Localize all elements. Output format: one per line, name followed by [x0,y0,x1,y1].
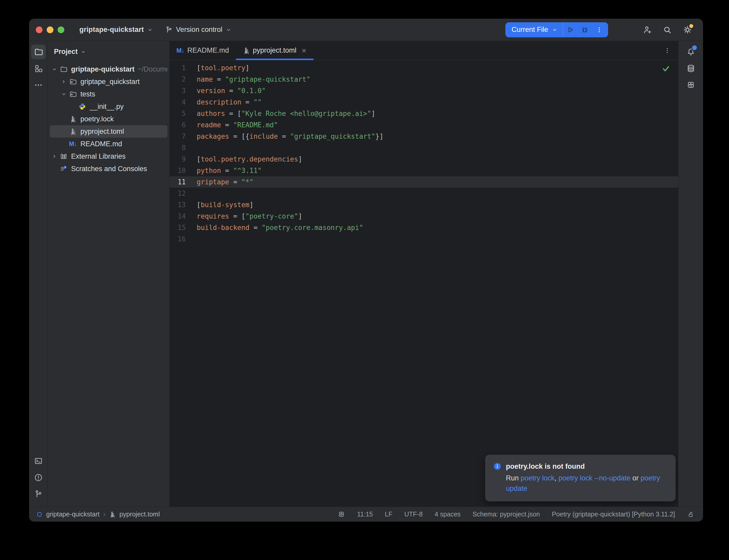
indent-widget[interactable]: 4 spaces [435,510,461,518]
encoding-widget[interactable]: UTF-8 [404,510,423,518]
chevron-down-icon[interactable] [50,66,59,72]
editor-gutter[interactable]: 12345678910111213141516 [170,62,197,245]
poetry-lock-no-update-link[interactable]: poetry lock --no-update [559,474,631,482]
code-line[interactable]: packages = [{include = "griptape_quickst… [197,131,678,142]
code-line[interactable]: name = "griptape-quickstart" [197,74,678,85]
code-editor[interactable]: 12345678910111213141516 [tool.poetry]nam… [170,60,678,507]
minimize-window-button[interactable] [47,26,53,33]
ide-window: griptape-quickstart Version control Curr… [29,19,703,522]
code-line[interactable] [197,233,678,245]
vcs-toolwindow-button[interactable] [31,487,46,501]
tree-item-poetry-lock[interactable]: [T] poetry.lock [50,113,167,125]
structure-toolwindow-button[interactable] [31,61,46,76]
interpreter-widget[interactable]: Poetry (griptape-quickstart) [Python 3.1… [552,510,675,518]
inspections-ok-icon[interactable] [662,64,670,73]
tree-item-readme-md[interactable]: M↓ README.md [50,138,167,150]
editor-code[interactable]: [tool.poetry]name = "griptape-quickstart… [197,62,678,245]
run-button[interactable] [563,23,578,37]
code-line[interactable]: requires = ["poetry-core"] [197,211,678,222]
chevron-right-icon[interactable] [50,153,59,159]
vcs-widget[interactable]: Version control [161,24,235,36]
line-number[interactable]: 1 [170,62,186,74]
code-line[interactable]: build-backend = "poetry.core.masonry.api… [197,222,678,233]
line-number[interactable]: 12 [170,188,186,199]
line-number[interactable]: 3 [170,85,186,96]
unlocked-icon [687,511,694,518]
poetry-lock-link[interactable]: poetry lock [521,474,555,482]
tab-options-button[interactable] [656,41,678,60]
line-number[interactable]: 14 [170,211,186,222]
breadcrumb-project[interactable]: griptape-quickstart [46,510,100,518]
project-toolwindow-button[interactable] [31,45,46,59]
debug-button[interactable] [578,23,592,37]
code-line[interactable]: [build-system] [197,199,678,211]
bug-icon [581,26,589,34]
zoom-window-button[interactable] [58,26,64,33]
play-icon [566,26,574,34]
project-panel-header[interactable]: Project [48,41,169,60]
markdown-file-icon: M↓ [176,46,184,54]
tab-pyproject-toml[interactable]: [T] pyproject.toml × [236,41,314,60]
problems-toolwindow-button[interactable] [31,470,46,485]
notifications-button[interactable] [684,45,698,59]
code-line[interactable]: authors = ["Kyle Roche <hello@griptape.a… [197,108,678,119]
line-number[interactable]: 4 [170,96,186,108]
tree-item-tests[interactable]: tests [50,88,167,100]
code-line[interactable]: readme = "README.md" [197,119,678,131]
project-switcher[interactable]: griptape-quickstart [76,24,157,36]
line-number[interactable]: 11 [170,176,186,188]
settings-button[interactable] [681,24,694,36]
line-number[interactable]: 9 [170,153,186,165]
code-line[interactable]: version = "0.1.0" [197,85,678,96]
editor-area: M↓ README.md [T] pyproject.toml × [170,41,678,507]
line-separator-widget[interactable]: LF [385,510,392,518]
svg-text:[T]: [T] [110,515,115,517]
breadcrumb-file[interactable]: pyproject.toml [119,510,160,518]
chevron-down-icon[interactable] [59,91,68,97]
run-configuration-selector[interactable]: Current File [505,22,563,37]
close-tab-button[interactable]: × [301,46,307,55]
python-file-icon [78,103,87,110]
line-number[interactable]: 8 [170,142,186,153]
code-line[interactable]: python = "^3.11" [197,165,678,176]
more-toolwindows-button[interactable] [31,78,46,92]
tree-item-scratches-and-consoles[interactable]: Scratches and Consoles [50,163,167,175]
ai-assistant-status-button[interactable] [337,510,345,518]
schema-widget[interactable]: Schema: pyproject.json [473,510,540,518]
tree-item-griptape-quickstart-package[interactable]: griptape_quickstart [50,75,167,88]
line-number[interactable]: 6 [170,119,186,131]
code-line[interactable]: [tool.poetry] [197,62,678,74]
run-more-options-button[interactable] [592,23,607,37]
line-number[interactable]: 7 [170,131,186,142]
code-line[interactable]: griptape = "*" [197,176,678,188]
cursor-position-widget[interactable]: 11:15 [357,510,373,518]
close-window-button[interactable] [36,26,43,33]
line-number[interactable]: 13 [170,199,186,211]
line-number[interactable]: 2 [170,74,186,85]
chevron-down-icon [80,49,86,55]
readonly-toggle-button[interactable] [687,511,694,518]
chevron-right-icon[interactable] [59,79,68,85]
line-number[interactable]: 16 [170,233,186,245]
tree-item-project-root[interactable]: griptape-quickstart ~/Docume [50,63,167,75]
tab-readme-md[interactable]: M↓ README.md [170,41,236,60]
line-number[interactable]: 5 [170,108,186,119]
line-number[interactable]: 10 [170,165,186,176]
database-toolwindow-button[interactable] [684,61,698,76]
tree-item-external-libraries[interactable]: External Libraries [50,150,167,163]
code-line[interactable]: description = "" [197,96,678,108]
ai-assistant-button[interactable] [684,78,698,92]
tree-item-init-py[interactable]: __init__.py [50,100,167,113]
project-panel-title: Project [54,48,78,56]
add-user-button[interactable] [641,24,653,36]
package-folder-icon [68,78,77,85]
toml-file-icon: [T] [68,128,77,135]
line-number[interactable]: 15 [170,222,186,233]
terminal-toolwindow-button[interactable] [31,454,46,468]
code-line[interactable] [197,188,678,199]
ai-assistant-icon [686,80,696,90]
code-line[interactable] [197,142,678,153]
tree-item-pyproject-toml[interactable]: [T] pyproject.toml [50,125,167,138]
search-everywhere-button[interactable] [661,24,674,36]
code-line[interactable]: [tool.poetry.dependencies] [197,153,678,165]
